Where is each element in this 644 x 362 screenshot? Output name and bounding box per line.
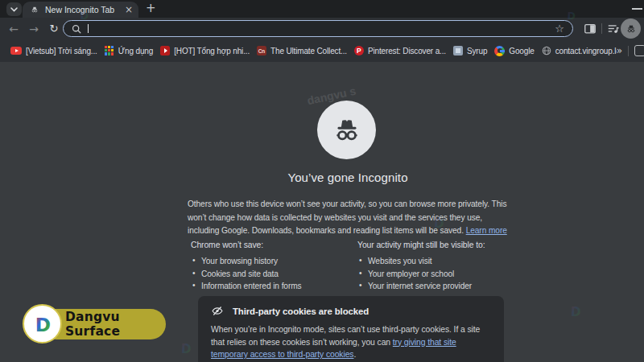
cn-icon: Cn	[257, 46, 266, 56]
bookmark-list: [Vietsub] Trời sáng... Ứng dụng [HOT] Tổ…	[10, 46, 617, 56]
side-panel-icon[interactable]	[634, 45, 644, 56]
tab-new-incognito[interactable]: New Incognito Tab ×	[23, 2, 138, 18]
bookmark-item[interactable]: P Pinterest: Discover a...	[354, 46, 446, 56]
list-item: Information entered in forms	[191, 282, 352, 290]
list-item: Your employer or school	[357, 269, 510, 278]
third-party-cookies-card: Third-party cookies are blocked When you…	[198, 296, 504, 362]
list-item: Your browsing history	[191, 257, 352, 265]
list-item: Cookies and site data	[191, 269, 352, 278]
bookmark-item[interactable]: contact.vingroup.lo...	[542, 46, 617, 56]
bookmark-star-button[interactable]: ☆	[555, 23, 564, 34]
brand-name: Dangvu Surface	[65, 310, 166, 339]
tab-strip: New Incognito Tab × +	[0, 0, 644, 18]
description-text: Others who use this device won’t see you…	[188, 200, 506, 235]
bookmark-item[interactable]: Ứng dụng	[105, 46, 154, 56]
cookies-card-title: Third-party cookies are blocked	[233, 306, 369, 316]
list-item: Your internet service provider	[357, 282, 510, 290]
chevron-down-icon	[10, 7, 18, 12]
watermark-logo	[568, 304, 583, 319]
bookmark-item[interactable]: [HOT] Tổng hợp nhi...	[160, 46, 250, 56]
incognito-icon	[30, 5, 39, 14]
cookies-card-body: When you’re in Incognito mode, sites can…	[211, 323, 491, 361]
bookmark-item[interactable]: Cn The Ultimate Collect...	[257, 46, 347, 56]
bookmarks-overflow-button[interactable]: »	[617, 45, 622, 56]
syrup-icon	[453, 46, 463, 56]
new-tab-button[interactable]: +	[146, 1, 156, 15]
google-icon	[494, 46, 505, 56]
toolbar: ← → ↻ ☆	[0, 18, 644, 39]
forward-button[interactable]: →	[25, 18, 43, 39]
apps-grid-icon	[105, 46, 114, 56]
minimize-button[interactable]	[632, 8, 642, 10]
wont-save-heading: Chrome won’t save:	[191, 241, 352, 249]
video-icon	[160, 46, 170, 56]
back-button[interactable]: ←	[5, 18, 23, 39]
bookmark-item[interactable]: Google	[494, 46, 534, 56]
visible-to-list: Websites you visit Your employer or scho…	[357, 257, 510, 290]
address-bar[interactable]: ☆	[63, 20, 573, 37]
tab-close-button[interactable]: ×	[125, 5, 133, 14]
tab-title: New Incognito Tab	[45, 5, 119, 14]
eye-off-icon	[211, 305, 224, 317]
brand-logo	[23, 304, 62, 343]
toolbar-separator	[601, 23, 602, 34]
d-logo-icon	[31, 313, 54, 335]
incognito-icon	[328, 112, 365, 149]
bookmark-item[interactable]: [Vietsub] Trời sáng...	[10, 47, 97, 56]
incognito-badge-circle	[317, 101, 376, 159]
bookmarks-bar: [Vietsub] Trời sáng... Ứng dụng [HOT] Tổ…	[0, 39, 644, 62]
bookmarks-separator	[628, 46, 629, 56]
page-description: Others who use this device won’t see you…	[188, 198, 510, 238]
tab-search-button[interactable]	[6, 2, 22, 16]
wont-save-section: Chrome won’t save: Your browsing history…	[191, 241, 352, 294]
wont-save-list: Your browsing history Cookies and site d…	[191, 257, 352, 290]
visible-to-heading: Your activity might still be visible to:	[357, 241, 510, 249]
reading-list-icon[interactable]	[584, 23, 597, 35]
incognito-profile-badge[interactable]	[621, 19, 641, 39]
playlist-icon[interactable]	[607, 23, 620, 35]
bookmark-item[interactable]: Syrup	[453, 46, 487, 56]
reload-button[interactable]: ↻	[45, 18, 63, 39]
visible-to-section: Your activity might still be visible to:…	[357, 241, 510, 294]
globe-icon	[542, 46, 551, 56]
cookies-body-suffix: .	[353, 350, 356, 359]
search-icon	[72, 24, 81, 34]
text-caret	[88, 24, 89, 33]
list-item: Websites you visit	[357, 257, 510, 265]
watermark-logo	[179, 341, 193, 356]
pinterest-icon: P	[354, 46, 364, 56]
page-title: You’ve gone Incognito	[195, 171, 501, 184]
learn-more-link[interactable]: Learn more	[466, 226, 507, 235]
youtube-icon	[10, 47, 22, 55]
incognito-icon	[625, 23, 638, 35]
